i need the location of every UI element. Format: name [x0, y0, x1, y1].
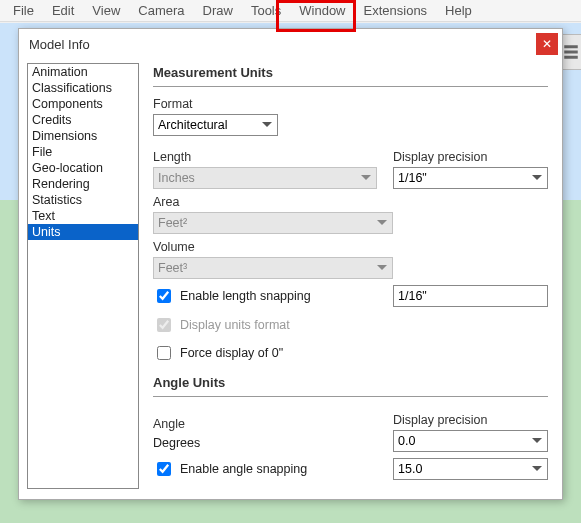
length-label: Length: [153, 150, 377, 164]
enable-angle-snapping-label: Enable angle snapping: [180, 462, 307, 476]
category-item-text[interactable]: Text: [28, 208, 138, 224]
menu-item-file[interactable]: File: [4, 1, 43, 20]
angle-snap-select[interactable]: 15.0: [393, 458, 548, 480]
category-item-units[interactable]: Units: [28, 224, 138, 240]
display-units-format-input: [157, 318, 171, 332]
area-select: Feet²: [153, 212, 393, 234]
menu-item-window[interactable]: Window: [290, 1, 354, 20]
volume-label: Volume: [153, 240, 548, 254]
measurement-units-heading: Measurement Units: [153, 65, 548, 80]
enable-angle-snapping-checkbox[interactable]: Enable angle snapping: [153, 459, 377, 479]
dialog-titlebar[interactable]: Model Info ✕: [19, 29, 562, 59]
enable-length-snapping-label: Enable length snapping: [180, 289, 311, 303]
close-button[interactable]: ✕: [536, 33, 558, 55]
category-item-classifications[interactable]: Classifications: [28, 80, 138, 96]
angle-units-heading: Angle Units: [153, 375, 548, 390]
category-item-credits[interactable]: Credits: [28, 112, 138, 128]
angle-precision-label: Display precision: [393, 413, 548, 427]
force-zero-label: Force display of 0": [180, 346, 283, 360]
category-item-components[interactable]: Components: [28, 96, 138, 112]
units-pane: Measurement Units Format Architectural L…: [147, 63, 554, 489]
enable-length-snapping-checkbox[interactable]: Enable length snapping: [153, 286, 377, 306]
menu-item-tools[interactable]: Tools: [242, 1, 290, 20]
menu-item-view[interactable]: View: [83, 1, 129, 20]
area-label: Area: [153, 195, 548, 209]
angle-precision-select[interactable]: 0.0: [393, 430, 548, 452]
menu-item-help[interactable]: Help: [436, 1, 481, 20]
format-label: Format: [153, 97, 548, 111]
format-select[interactable]: Architectural: [153, 114, 278, 136]
force-zero-input[interactable]: [157, 346, 171, 360]
length-precision-select[interactable]: 1/16": [393, 167, 548, 189]
close-icon: ✕: [542, 37, 552, 51]
enable-length-snapping-input[interactable]: [157, 289, 171, 303]
menu-item-edit[interactable]: Edit: [43, 1, 83, 20]
dialog-title: Model Info: [29, 37, 90, 52]
model-info-dialog: Model Info ✕ AnimationClassificationsCom…: [18, 28, 563, 500]
display-units-format-label: Display units format: [180, 318, 290, 332]
volume-select: Feet³: [153, 257, 393, 279]
menu-item-camera[interactable]: Camera: [129, 1, 193, 20]
angle-label: Angle: [153, 417, 377, 431]
category-list[interactable]: AnimationClassificationsComponentsCredit…: [27, 63, 139, 489]
divider: [153, 86, 548, 87]
angle-value: Degrees: [153, 434, 377, 452]
menu-item-draw[interactable]: Draw: [194, 1, 242, 20]
enable-angle-snapping-input[interactable]: [157, 462, 171, 476]
category-item-rendering[interactable]: Rendering: [28, 176, 138, 192]
menu-item-extensions[interactable]: Extensions: [355, 1, 437, 20]
category-item-file[interactable]: File: [28, 144, 138, 160]
category-item-geo-location[interactable]: Geo-location: [28, 160, 138, 176]
category-item-animation[interactable]: Animation: [28, 64, 138, 80]
length-snap-field[interactable]: [393, 285, 548, 307]
length-precision-label: Display precision: [393, 150, 548, 164]
display-units-format-checkbox: Display units format: [153, 315, 548, 335]
force-zero-checkbox[interactable]: Force display of 0": [153, 343, 548, 363]
category-item-dimensions[interactable]: Dimensions: [28, 128, 138, 144]
category-item-statistics[interactable]: Statistics: [28, 192, 138, 208]
length-select: Inches: [153, 167, 377, 189]
menu-bar: FileEditViewCameraDrawToolsWindowExtensi…: [0, 0, 581, 22]
divider: [153, 396, 548, 397]
